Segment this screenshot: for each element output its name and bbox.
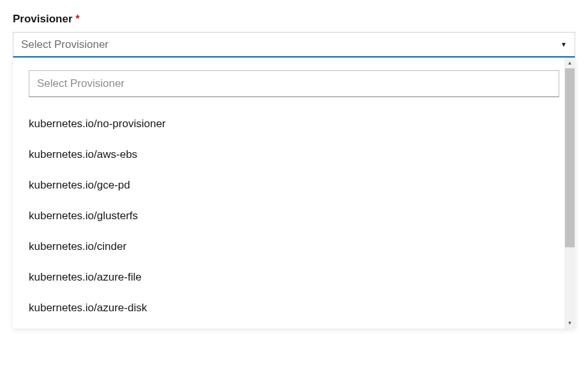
scrollbar-track[interactable]: ▲ ▼ bbox=[564, 58, 575, 329]
filter-input[interactable] bbox=[29, 70, 559, 97]
scrollbar-up-arrow-icon[interactable]: ▲ bbox=[564, 58, 575, 68]
field-label: Provisioner * bbox=[13, 13, 575, 26]
dropdown-scroll-area: kubernetes.io/no-provisioner kubernetes.… bbox=[13, 58, 575, 329]
provisioner-select-button[interactable]: Select Provisioner ▼ bbox=[13, 32, 575, 58]
select-placeholder-text: Select Provisioner bbox=[21, 38, 109, 51]
option-item[interactable]: kubernetes.io/glusterfs bbox=[29, 201, 559, 231]
dropdown-container: kubernetes.io/no-provisioner kubernetes.… bbox=[13, 58, 575, 329]
option-item[interactable]: kubernetes.io/azure-file bbox=[29, 262, 559, 293]
option-item[interactable]: kubernetes.io/azure-disk bbox=[29, 293, 559, 323]
option-item[interactable]: kubernetes.io/gce-pd bbox=[29, 170, 559, 201]
caret-down-icon: ▼ bbox=[561, 41, 567, 48]
required-asterisk: * bbox=[75, 13, 80, 25]
filter-input-wrap bbox=[29, 70, 559, 97]
scrollbar-thumb[interactable] bbox=[565, 68, 575, 247]
scrollbar-down-arrow-icon[interactable]: ▼ bbox=[564, 318, 575, 329]
field-label-text: Provisioner bbox=[13, 13, 73, 25]
dropdown-content: kubernetes.io/no-provisioner kubernetes.… bbox=[13, 58, 575, 329]
option-list: kubernetes.io/no-provisioner kubernetes.… bbox=[29, 109, 559, 323]
option-item[interactable]: kubernetes.io/aws-ebs bbox=[29, 139, 559, 170]
provisioner-dropdown-panel: kubernetes.io/no-provisioner kubernetes.… bbox=[13, 58, 575, 329]
option-item[interactable]: kubernetes.io/cinder bbox=[29, 231, 559, 262]
provisioner-select: Select Provisioner ▼ kubernetes.io/no-pr… bbox=[13, 32, 575, 329]
option-item[interactable]: kubernetes.io/no-provisioner bbox=[29, 109, 559, 139]
